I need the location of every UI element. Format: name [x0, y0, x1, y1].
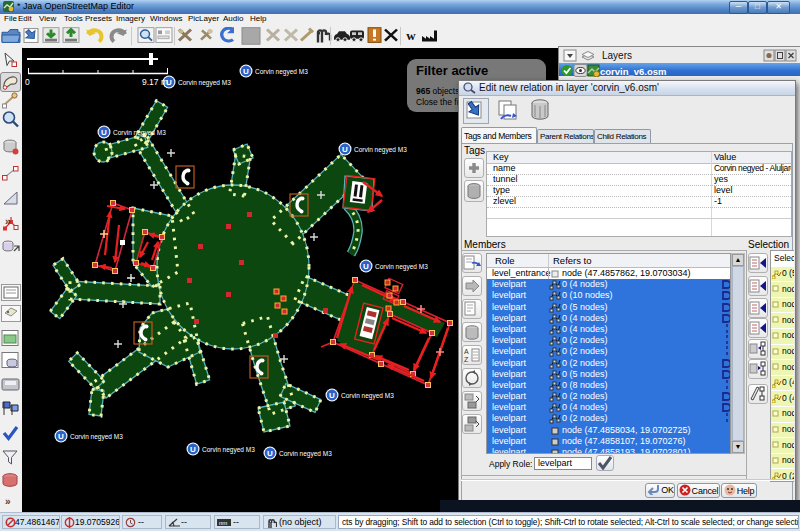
svg-text:U: U — [243, 67, 249, 76]
svg-text:Corvin negyed M3: Corvin negyed M3 — [375, 263, 428, 271]
svg-text:nm: nm — [219, 520, 227, 526]
svg-text:corvin_v6.osm: corvin_v6.osm — [600, 66, 667, 77]
svg-text:U: U — [101, 128, 107, 137]
svg-text:w: w — [406, 29, 415, 42]
svg-text:U: U — [363, 262, 369, 271]
svg-text:Corvin negyed M3: Corvin negyed M3 — [70, 433, 123, 441]
svg-text:Corvin negyed M3: Corvin negyed M3 — [255, 68, 308, 76]
svg-text:Corvin negyed M3: Corvin negyed M3 — [178, 79, 231, 87]
svg-text:Corvin negyed M3: Corvin negyed M3 — [113, 129, 166, 137]
svg-text:U: U — [329, 391, 335, 400]
svg-text:Corvin negyed M3: Corvin negyed M3 — [202, 446, 255, 454]
svg-text:U: U — [267, 449, 273, 458]
svg-text:U: U — [342, 145, 348, 154]
svg-text:Corvin negyed M3: Corvin negyed M3 — [279, 450, 332, 458]
svg-text:Corvin negyed M3: Corvin negyed M3 — [354, 146, 407, 154]
svg-text:A: A — [464, 348, 469, 355]
svg-text:Corvin negyed M3: Corvin negyed M3 — [341, 392, 394, 400]
svg-text:Layers: Layers — [602, 50, 632, 61]
svg-text:U: U — [190, 445, 196, 454]
svg-text:»: » — [5, 496, 11, 507]
svg-text:9.17 m: 9.17 m — [142, 77, 168, 87]
svg-text:»: » — [5, 216, 11, 227]
svg-text:0: 0 — [25, 77, 30, 87]
svg-text:Z: Z — [464, 356, 469, 363]
svg-text:U: U — [58, 432, 64, 441]
